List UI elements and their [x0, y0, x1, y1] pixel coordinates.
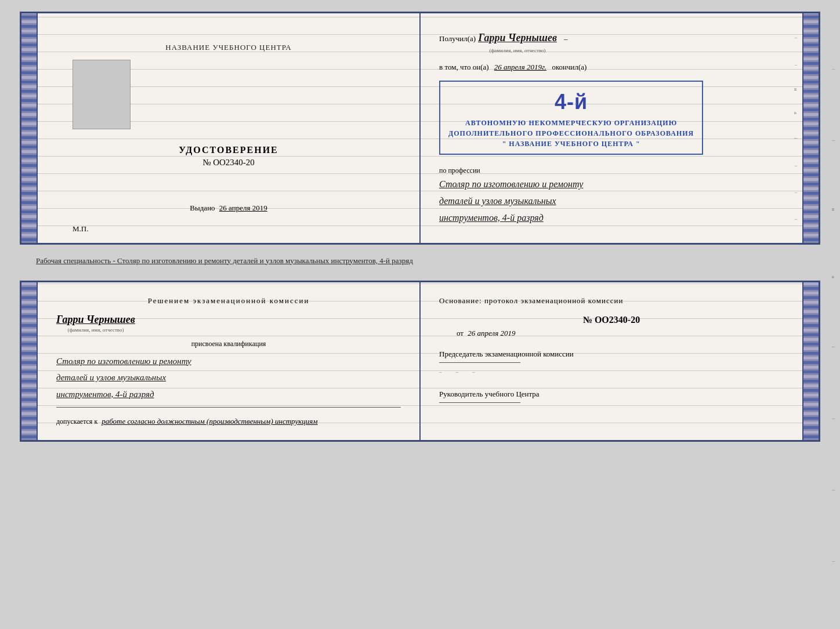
- date-prefix: от: [457, 329, 464, 337]
- top-right-page: Получил(а) Гарри Чернышев (фамилия, имя,…: [421, 13, 802, 243]
- recipient-name: Гарри Чернышев: [478, 30, 557, 46]
- recipient-line: Получил(а) Гарри Чернышев (фамилия, имя,…: [439, 30, 784, 54]
- protocol-number: № OO2340-20: [439, 315, 784, 325]
- bottom-left-page: Решением экзаменационной комиссии Гарри …: [38, 282, 421, 441]
- profession-section: по профессии Столяр по изготовлению и ре…: [439, 165, 784, 227]
- finished-label: окончил(а): [552, 63, 586, 71]
- bottom-profession-line1: Столяр по изготовлению и ремонту: [56, 357, 191, 366]
- bottom-spine-right: [802, 282, 819, 441]
- caption-text: Рабочая специальность - Столяр по изгото…: [36, 256, 804, 266]
- profession-line2: деталей и узлов музыкальных: [439, 196, 556, 206]
- chairman-sig-line: [439, 362, 520, 363]
- date-handwritten-top: 26 апреля 2019г.: [494, 63, 546, 71]
- photo-placeholder: [73, 60, 131, 129]
- bottom-document: Решением экзаменационной комиссии Гарри …: [20, 281, 820, 442]
- in-that-section: в том, что он(а) 26 апреля 2019г. окончи…: [439, 61, 784, 74]
- decision-title: Решением экзаменационной комиссии: [56, 296, 401, 306]
- chairman-block: Председатель экзаменационной комиссии – …: [439, 350, 784, 376]
- spine-left-decoration: [21, 13, 38, 243]
- spine-right-decoration: [802, 13, 819, 243]
- in-that-label: в том, что он(а): [439, 63, 489, 71]
- bottom-spine-left: [21, 282, 38, 441]
- allowed-label: допускается к: [56, 417, 97, 426]
- stamp-line2: ДОПОЛНИТЕЛЬНОГО ПРОФЕССИОНАЛЬНОГО ОБРАЗО…: [448, 128, 694, 139]
- issued-label: Выдано 26 апреля 2019: [190, 203, 267, 212]
- director-block: Руководитель учебного Центра: [439, 390, 784, 403]
- bottom-name: Гарри Чернышев: [56, 314, 135, 326]
- bottom-profession-line3: инструментов, 4-й разряд: [56, 390, 154, 399]
- profession-line1: Столяр по изготовлению и ремонту: [439, 179, 583, 189]
- mp-label: М.П.: [73, 224, 88, 234]
- top-left-page: НАЗВАНИЕ УЧЕБНОГО ЦЕНТРА УДОСТОВЕРЕНИЕ №…: [38, 13, 421, 243]
- top-document: НАЗВАНИЕ УЧЕБНОГО ЦЕНТРА УДОСТОВЕРЕНИЕ №…: [20, 12, 820, 245]
- bottom-right-page: Основание: протокол экзаменационной коми…: [421, 282, 802, 441]
- stamp-line3: " НАЗВАНИЕ УЧЕБНОГО ЦЕНТРА ": [448, 139, 694, 149]
- director-title: Руководитель учебного Центра: [439, 390, 784, 399]
- training-center-title: НАЗВАНИЕ УЧЕБНОГО ЦЕНТРА: [165, 43, 291, 52]
- director-sig-line: [439, 402, 520, 403]
- bottom-right-margin-marks: – – и а ← – – –: [828, 0, 839, 629]
- profession-label: по профессии: [439, 165, 784, 176]
- stamp-line1: АВТОНОМНУЮ НЕКОММЕРЧЕСКУЮ ОРГАНИЗАЦИЮ: [448, 118, 694, 128]
- chairman-title: Председатель экзаменационной комиссии: [439, 350, 784, 359]
- profession-line3: инструментов, 4-й разряд: [439, 213, 544, 223]
- certificate-number: № OO2340-20: [179, 158, 278, 168]
- top-right-content: Получил(а) Гарри Чернышев (фамилия, имя,…: [439, 30, 784, 227]
- assigned-label: присвоена квалификация: [56, 340, 401, 348]
- bottom-fio-line: Гарри Чернышев (фамилия, имя, отчество): [56, 314, 401, 333]
- stamp-box: 4-й АВТОНОМНУЮ НЕКОММЕРЧЕСКУЮ ОРГАНИЗАЦИ…: [439, 81, 703, 155]
- protocol-date-value: 26 апреля 2019: [468, 329, 515, 337]
- issued-date: 26 апреля 2019: [219, 203, 267, 212]
- allowed-section: допускается к работе согласно должностны…: [56, 417, 401, 426]
- fio-hint-top: (фамилия, имя, отчество): [490, 46, 546, 54]
- basis-title: Основание: протокол экзаменационной коми…: [439, 296, 784, 306]
- separator-line: [56, 407, 401, 408]
- stamp-grade: 4-й: [448, 86, 694, 118]
- bottom-fio-hint: (фамилия, имя, отчество): [56, 327, 135, 333]
- allowed-hw: работе согласно должностным (производств…: [102, 417, 317, 426]
- bottom-profession-text: Столяр по изготовлению и ремонту деталей…: [56, 353, 401, 403]
- protocol-date: от 26 апреля 2019: [439, 329, 784, 338]
- bottom-profession-line2: деталей и узлов музыкальных: [56, 373, 166, 382]
- certificate-label: УДОСТОВЕРЕНИЕ: [179, 145, 278, 155]
- profession-text: Столяр по изготовлению и ремонту деталей…: [439, 176, 784, 226]
- received-label: Получил(а): [439, 33, 476, 45]
- right-margin-marks: – – и а ← – – –: [791, 13, 801, 243]
- caption-wrapper: Рабочая специальность - Столяр по изгото…: [20, 254, 820, 271]
